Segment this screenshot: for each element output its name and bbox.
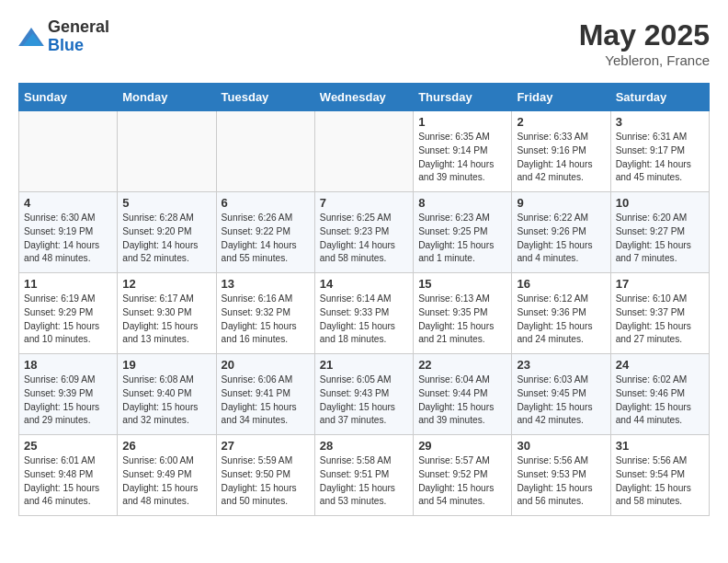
location: Yebleron, France (579, 52, 710, 68)
calendar-cell: 23Sunrise: 6:03 AMSunset: 9:45 PMDayligh… (512, 354, 610, 435)
cell-content: Sunrise: 6:08 AMSunset: 9:40 PMDaylight:… (122, 373, 210, 428)
cell-content: Sunrise: 5:56 AMSunset: 9:54 PMDaylight:… (616, 454, 704, 509)
calendar-cell: 19Sunrise: 6:08 AMSunset: 9:40 PMDayligh… (118, 354, 216, 435)
logo-general: General (48, 17, 109, 36)
cell-content: Sunrise: 6:05 AMSunset: 9:43 PMDaylight:… (320, 373, 408, 428)
month-year: May 2025 (579, 18, 710, 52)
week-row-3: 11Sunrise: 6:19 AMSunset: 9:29 PMDayligh… (19, 273, 710, 354)
day-number: 25 (24, 439, 112, 453)
calendar-cell (19, 111, 118, 192)
calendar-cell: 12Sunrise: 6:17 AMSunset: 9:30 PMDayligh… (118, 273, 216, 354)
calendar-cell (216, 111, 314, 192)
column-header-sunday: Sunday (19, 84, 118, 111)
cell-content: Sunrise: 6:02 AMSunset: 9:46 PMDaylight:… (616, 373, 704, 428)
day-number: 31 (616, 439, 704, 453)
calendar-cell: 3Sunrise: 6:31 AMSunset: 9:17 PMDaylight… (610, 111, 709, 192)
calendar-cell: 8Sunrise: 6:23 AMSunset: 9:25 PMDaylight… (414, 192, 512, 273)
calendar-body: 1Sunrise: 6:35 AMSunset: 9:14 PMDaylight… (19, 111, 710, 516)
calendar-cell (314, 111, 413, 192)
column-header-tuesday: Tuesday (216, 84, 314, 111)
cell-content: Sunrise: 5:58 AMSunset: 9:51 PMDaylight:… (320, 454, 408, 509)
day-number: 6 (222, 196, 310, 210)
calendar-table: SundayMondayTuesdayWednesdayThursdayFrid… (18, 83, 710, 516)
day-number: 1 (418, 115, 506, 129)
day-number: 21 (320, 358, 408, 372)
calendar-cell: 13Sunrise: 6:16 AMSunset: 9:32 PMDayligh… (216, 273, 314, 354)
day-number: 17 (616, 277, 704, 291)
calendar-cell: 26Sunrise: 6:00 AMSunset: 9:49 PMDayligh… (118, 435, 216, 516)
day-number: 11 (24, 277, 112, 291)
day-number: 29 (418, 439, 506, 453)
cell-content: Sunrise: 6:16 AMSunset: 9:32 PMDaylight:… (222, 293, 310, 347)
day-number: 27 (222, 439, 310, 453)
calendar-cell: 16Sunrise: 6:12 AMSunset: 9:36 PMDayligh… (512, 273, 610, 354)
day-number: 20 (222, 358, 310, 372)
calendar-cell: 22Sunrise: 6:04 AMSunset: 9:44 PMDayligh… (414, 354, 512, 435)
week-row-1: 1Sunrise: 6:35 AMSunset: 9:14 PMDaylight… (19, 111, 710, 192)
column-header-friday: Friday (512, 84, 610, 111)
calendar-cell: 21Sunrise: 6:05 AMSunset: 9:43 PMDayligh… (314, 354, 413, 435)
calendar-cell: 24Sunrise: 6:02 AMSunset: 9:46 PMDayligh… (610, 354, 709, 435)
calendar-cell: 29Sunrise: 5:57 AMSunset: 9:52 PMDayligh… (414, 435, 512, 516)
cell-content: Sunrise: 6:20 AMSunset: 9:27 PMDaylight:… (616, 212, 704, 266)
day-number: 30 (517, 439, 605, 453)
calendar-cell: 31Sunrise: 5:56 AMSunset: 9:54 PMDayligh… (610, 435, 709, 516)
calendar-cell: 2Sunrise: 6:33 AMSunset: 9:16 PMDaylight… (512, 111, 610, 192)
day-number: 2 (517, 115, 605, 129)
calendar-cell: 4Sunrise: 6:30 AMSunset: 9:19 PMDaylight… (19, 192, 118, 273)
cell-content: Sunrise: 6:26 AMSunset: 9:22 PMDaylight:… (222, 212, 310, 266)
column-header-wednesday: Wednesday (314, 84, 413, 111)
day-number: 19 (122, 358, 210, 372)
calendar-cell: 11Sunrise: 6:19 AMSunset: 9:29 PMDayligh… (19, 273, 118, 354)
cell-content: Sunrise: 6:10 AMSunset: 9:37 PMDaylight:… (616, 293, 704, 347)
column-header-monday: Monday (118, 84, 216, 111)
calendar-cell (118, 111, 216, 192)
cell-content: Sunrise: 6:31 AMSunset: 9:17 PMDaylight:… (616, 131, 704, 185)
cell-content: Sunrise: 5:57 AMSunset: 9:52 PMDaylight:… (418, 454, 506, 509)
calendar-cell: 10Sunrise: 6:20 AMSunset: 9:27 PMDayligh… (610, 192, 709, 273)
day-number: 8 (418, 196, 506, 210)
header-row: SundayMondayTuesdayWednesdayThursdayFrid… (19, 84, 710, 111)
calendar-cell: 14Sunrise: 6:14 AMSunset: 9:33 PMDayligh… (314, 273, 413, 354)
cell-content: Sunrise: 6:23 AMSunset: 9:25 PMDaylight:… (418, 212, 506, 266)
cell-content: Sunrise: 6:13 AMSunset: 9:35 PMDaylight:… (418, 293, 506, 347)
week-row-4: 18Sunrise: 6:09 AMSunset: 9:39 PMDayligh… (19, 354, 710, 435)
cell-content: Sunrise: 6:01 AMSunset: 9:48 PMDaylight:… (24, 454, 112, 509)
day-number: 5 (122, 196, 210, 210)
calendar-cell: 6Sunrise: 6:26 AMSunset: 9:22 PMDaylight… (216, 192, 314, 273)
week-row-5: 25Sunrise: 6:01 AMSunset: 9:48 PMDayligh… (19, 435, 710, 516)
cell-content: Sunrise: 6:17 AMSunset: 9:30 PMDaylight:… (122, 293, 210, 347)
day-number: 14 (320, 277, 408, 291)
cell-content: Sunrise: 6:25 AMSunset: 9:23 PMDaylight:… (320, 212, 408, 266)
calendar-cell: 1Sunrise: 6:35 AMSunset: 9:14 PMDaylight… (414, 111, 512, 192)
cell-content: Sunrise: 6:09 AMSunset: 9:39 PMDaylight:… (24, 373, 112, 428)
calendar-header: SundayMondayTuesdayWednesdayThursdayFrid… (19, 84, 710, 111)
cell-content: Sunrise: 6:14 AMSunset: 9:33 PMDaylight:… (320, 293, 408, 347)
calendar-cell: 27Sunrise: 5:59 AMSunset: 9:50 PMDayligh… (216, 435, 314, 516)
calendar-cell: 25Sunrise: 6:01 AMSunset: 9:48 PMDayligh… (19, 435, 118, 516)
logo-icon (18, 28, 44, 46)
calendar-cell: 28Sunrise: 5:58 AMSunset: 9:51 PMDayligh… (314, 435, 413, 516)
day-number: 12 (122, 277, 210, 291)
column-header-saturday: Saturday (610, 84, 709, 111)
day-number: 3 (616, 115, 704, 129)
calendar-cell: 30Sunrise: 5:56 AMSunset: 9:53 PMDayligh… (512, 435, 610, 516)
cell-content: Sunrise: 5:59 AMSunset: 9:50 PMDaylight:… (222, 454, 310, 509)
calendar-cell: 15Sunrise: 6:13 AMSunset: 9:35 PMDayligh… (414, 273, 512, 354)
day-number: 7 (320, 196, 408, 210)
day-number: 9 (517, 196, 605, 210)
cell-content: Sunrise: 6:35 AMSunset: 9:14 PMDaylight:… (418, 131, 506, 185)
logo: General Blue (18, 18, 109, 55)
calendar-cell: 7Sunrise: 6:25 AMSunset: 9:23 PMDaylight… (314, 192, 413, 273)
column-header-thursday: Thursday (414, 84, 512, 111)
day-number: 18 (24, 358, 112, 372)
cell-content: Sunrise: 6:19 AMSunset: 9:29 PMDaylight:… (24, 293, 112, 347)
cell-content: Sunrise: 6:12 AMSunset: 9:36 PMDaylight:… (517, 293, 605, 347)
calendar-cell: 5Sunrise: 6:28 AMSunset: 9:20 PMDaylight… (118, 192, 216, 273)
week-row-2: 4Sunrise: 6:30 AMSunset: 9:19 PMDaylight… (19, 192, 710, 273)
cell-content: Sunrise: 6:33 AMSunset: 9:16 PMDaylight:… (517, 131, 605, 185)
day-number: 10 (616, 196, 704, 210)
cell-content: Sunrise: 6:28 AMSunset: 9:20 PMDaylight:… (122, 212, 210, 266)
calendar-cell: 17Sunrise: 6:10 AMSunset: 9:37 PMDayligh… (610, 273, 709, 354)
day-number: 13 (222, 277, 310, 291)
